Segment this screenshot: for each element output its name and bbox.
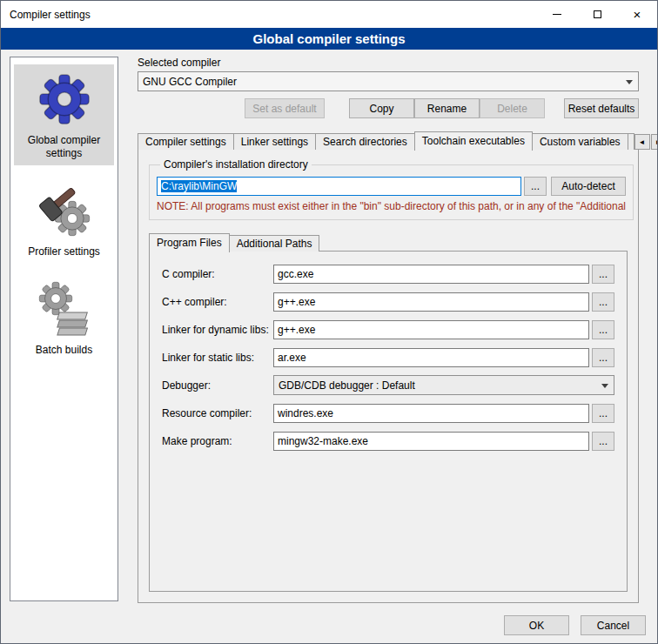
program-files-tab-strip: Program Files Additional Paths <box>147 232 629 252</box>
installation-directory-group: Compiler's installation directory C:\ray… <box>149 158 634 220</box>
selected-compiler-dropdown[interactable]: GNU GCC Compiler <box>138 71 639 91</box>
browse-directory-button[interactable]: ... <box>524 177 547 196</box>
selected-compiler-label: Selected compiler <box>138 57 639 69</box>
tab-scroll-arrows: ◄ ► <box>634 134 658 150</box>
close-button[interactable]: × <box>617 1 657 28</box>
resource-compiler-input[interactable]: windres.exe <box>273 404 589 423</box>
toolchain-executables-pane: Compiler's installation directory C:\ray… <box>138 149 639 603</box>
installation-directory-legend: Compiler's installation directory <box>160 158 312 171</box>
window-title: Compiler settings <box>1 9 91 21</box>
browse-cpp-compiler-button[interactable]: ... <box>592 292 614 312</box>
browse-c-compiler-button[interactable]: ... <box>592 265 614 284</box>
field-row-c-compiler: C compiler: gcc.exe ... <box>162 264 614 284</box>
bin-subdirectory-note: NOTE: All programs must exist either in … <box>157 200 626 212</box>
scroll-right-icon: ► <box>655 138 658 146</box>
linker-dynamic-input[interactable]: g++.exe <box>273 320 589 339</box>
chevron-down-icon <box>601 384 608 392</box>
debugger-value: GDB/CDB debugger : Default <box>279 379 601 392</box>
tab-scroll-right-button[interactable]: ► <box>651 134 658 150</box>
field-row-make-program: Make program: mingw32-make.exe ... <box>162 431 614 451</box>
browse-make-program-button[interactable]: ... <box>592 432 614 451</box>
linker-static-label: Linker for static libs: <box>162 352 273 364</box>
sidebar-item-label: Batch builds <box>16 344 112 357</box>
sidebar-item-label: Global compiler settings <box>16 134 112 160</box>
titlebar: Compiler settings × <box>1 1 657 28</box>
c-compiler-label: C compiler: <box>162 268 273 280</box>
tab-scroll-left-button[interactable]: ◄ <box>634 134 650 150</box>
chevron-down-icon <box>626 80 633 88</box>
sidebar-item-label: Profiler settings <box>16 245 112 258</box>
tab-search-directories[interactable]: Search directories <box>315 133 415 150</box>
copy-button[interactable]: Copy <box>349 98 414 118</box>
sidebar: Global compiler settings Profiler settin… <box>10 57 118 601</box>
maximize-button[interactable] <box>577 1 617 28</box>
settings-tab-strip: Compiler settings Linker settings Search… <box>138 131 639 150</box>
global-compiler-gear-icon <box>37 71 92 127</box>
scroll-left-icon: ◄ <box>639 138 646 146</box>
tab-custom-variables[interactable]: Custom variables <box>532 133 628 150</box>
c-compiler-input[interactable]: gcc.exe <box>273 265 589 284</box>
maximize-icon <box>594 10 601 18</box>
field-row-debugger: Debugger: GDB/CDB debugger : Default <box>162 375 614 395</box>
tab-program-files[interactable]: Program Files <box>149 233 230 252</box>
field-row-cpp-compiler: C++ compiler: g++.exe ... <box>162 292 614 312</box>
installation-directory-row: C:\raylib\MinGW ... Auto-detect <box>157 176 626 196</box>
cpp-compiler-value: g++.exe <box>278 296 315 308</box>
profiler-icon <box>37 183 92 238</box>
sidebar-item-profiler-settings[interactable]: Profiler settings <box>14 176 114 264</box>
delete-button[interactable]: Delete <box>480 98 545 118</box>
minimize-icon <box>553 14 561 15</box>
batch-builds-icon <box>37 281 92 337</box>
linker-static-value: ar.exe <box>278 352 306 364</box>
dialog-header: Global compiler settings <box>1 28 657 50</box>
debugger-label: Debugger: <box>162 379 273 392</box>
tab-linker-settings[interactable]: Linker settings <box>233 133 316 150</box>
main-panel: Selected compiler GNU GCC Compiler Set a… <box>127 55 648 603</box>
make-program-label: Make program: <box>162 435 273 447</box>
dialog-footer: OK Cancel <box>504 615 646 635</box>
browse-linker-static-button[interactable]: ... <box>592 348 614 367</box>
cpp-compiler-label: C++ compiler: <box>162 296 273 308</box>
linker-static-input[interactable]: ar.exe <box>273 348 589 367</box>
installation-directory-value: C:\raylib\MinGW <box>161 180 237 192</box>
make-program-value: mingw32-make.exe <box>278 435 368 447</box>
tab-compiler-settings[interactable]: Compiler settings <box>138 133 234 150</box>
resource-compiler-value: windres.exe <box>278 407 333 419</box>
sidebar-item-global-compiler-settings[interactable]: Global compiler settings <box>14 64 114 165</box>
cancel-button[interactable]: Cancel <box>581 615 646 635</box>
set-as-default-button[interactable]: Set as default <box>245 98 325 118</box>
debugger-select[interactable]: GDB/CDB debugger : Default <box>273 375 614 395</box>
resource-compiler-label: Resource compiler: <box>162 407 273 419</box>
ok-button[interactable]: OK <box>504 615 569 635</box>
sidebar-item-batch-builds[interactable]: Batch builds <box>14 274 114 362</box>
auto-detect-button[interactable]: Auto-detect <box>551 177 626 196</box>
field-row-resource-compiler: Resource compiler: windres.exe ... <box>162 403 614 423</box>
reset-defaults-button[interactable]: Reset defaults <box>564 98 639 118</box>
installation-directory-input[interactable]: C:\raylib\MinGW <box>157 177 521 196</box>
minimize-button[interactable] <box>537 1 577 28</box>
rename-button[interactable]: Rename <box>414 98 480 118</box>
compiler-settings-window: Compiler settings × Global compiler sett… <box>0 0 658 644</box>
tab-additional-paths[interactable]: Additional Paths <box>229 235 320 252</box>
close-icon: × <box>634 8 641 21</box>
browse-resource-compiler-button[interactable]: ... <box>592 404 614 423</box>
field-row-linker-dynamic: Linker for dynamic libs: g++.exe ... <box>162 319 614 339</box>
selected-compiler-value: GNU GCC Compiler <box>143 76 626 88</box>
linker-dynamic-value: g++.exe <box>278 324 315 336</box>
compiler-buttons-row: Set as default Copy Rename Delete Reset … <box>138 98 639 118</box>
dialog-header-title: Global compiler settings <box>252 31 405 46</box>
program-files-pane: C compiler: gcc.exe ... C++ compiler: g+… <box>149 251 628 592</box>
cpp-compiler-input[interactable]: g++.exe <box>273 292 589 312</box>
window-controls: × <box>537 1 657 28</box>
browse-linker-dynamic-button[interactable]: ... <box>592 320 614 339</box>
linker-dynamic-label: Linker for dynamic libs: <box>162 324 273 336</box>
c-compiler-value: gcc.exe <box>278 268 313 280</box>
tab-toolchain-executables[interactable]: Toolchain executables <box>414 131 533 151</box>
make-program-input[interactable]: mingw32-make.exe <box>273 432 589 451</box>
field-row-linker-static: Linker for static libs: ar.exe ... <box>162 347 614 367</box>
